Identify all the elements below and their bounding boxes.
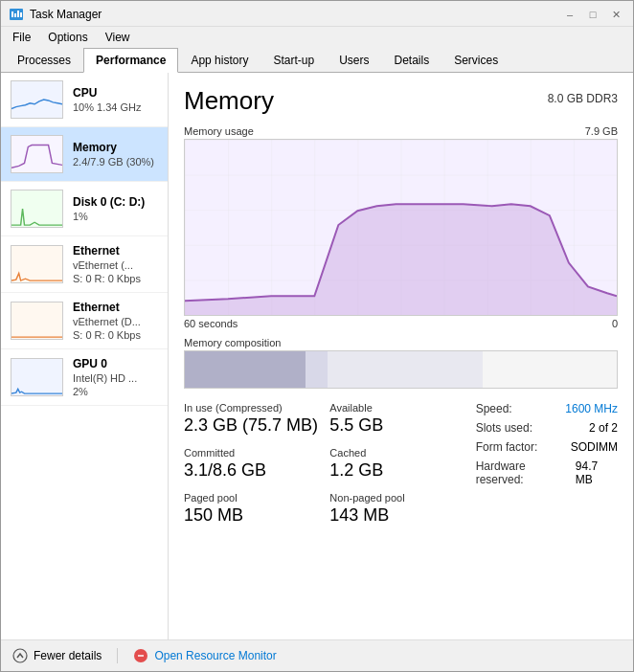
svg-rect-2 <box>14 13 16 17</box>
cpu-info: CPU 10% 1.34 GHz <box>73 86 158 113</box>
fewer-details-button[interactable]: Fewer details <box>12 648 102 663</box>
hw-reserved-label: Hardware reserved: <box>476 459 576 486</box>
disk-thumbnail <box>11 190 63 228</box>
sidebar-item-memory[interactable]: Memory 2.4/7.9 GB (30%) <box>1 127 168 182</box>
open-resource-monitor-label: Open Resource Monitor <box>154 649 276 662</box>
speed-label: Speed: <box>476 402 512 415</box>
sidebar-item-ethernet2[interactable]: Ethernet vEthernet (D... S: 0 R: 0 Kbps <box>1 293 168 349</box>
menu-view[interactable]: View <box>98 29 138 46</box>
hw-reserved-value: 94.7 MB <box>576 459 618 486</box>
memory-thumbnail <box>11 135 63 173</box>
paged-pool-label: Paged pool <box>184 492 326 504</box>
tab-users[interactable]: Users <box>327 48 381 73</box>
ethernet1-label: Ethernet <box>73 244 158 258</box>
committed-value: 3.1/8.6 GB <box>184 460 326 481</box>
memory-graph-svg <box>185 140 617 315</box>
menu-options[interactable]: Options <box>40 29 95 46</box>
graph-time-left: 60 seconds <box>184 318 238 329</box>
comp-in-use <box>185 351 306 388</box>
speed-row: Speed: 1600 MHz <box>476 402 618 415</box>
gpu-detail2: 2% <box>73 386 158 397</box>
sidebar-item-gpu[interactable]: GPU 0 Intel(R) HD ... 2% <box>1 349 168 406</box>
memory-detail: 2.4/7.9 GB (30%) <box>73 156 158 168</box>
graph-time-right: 0 <box>612 318 618 329</box>
footer-divider <box>117 648 118 663</box>
tab-details[interactable]: Details <box>381 48 442 73</box>
ethernet1-thumbnail <box>11 245 63 283</box>
title-bar-left: Task Manager <box>9 7 102 22</box>
close-button[interactable]: ✕ <box>606 7 625 22</box>
tab-processes[interactable]: Processes <box>5 48 83 73</box>
svg-rect-5 <box>11 81 62 118</box>
disk-label: Disk 0 (C: D:) <box>73 195 158 209</box>
main-panel: Memory 8.0 GB DDR3 Memory usage 7.9 GB <box>169 73 633 639</box>
app-icon <box>9 7 24 22</box>
footer: Fewer details Open Resource Monitor <box>1 639 633 671</box>
main-subtitle: 8.0 GB DDR3 <box>548 92 618 105</box>
gpu-thumbnail <box>11 358 63 396</box>
disk-info: Disk 0 (C: D:) 1% <box>73 195 158 222</box>
minimize-button[interactable]: – <box>560 7 579 22</box>
comp-standby <box>328 351 483 388</box>
non-paged-pool-label: Non-paged pool <box>329 492 471 504</box>
composition-section: Memory composition <box>184 337 618 389</box>
available-stat: Available 5.5 GB <box>329 402 471 436</box>
stats-right-col: Speed: 1600 MHz Slots used: 2 of 2 Form … <box>476 402 618 537</box>
chevron-up-icon <box>12 648 28 663</box>
non-paged-pool-value: 143 MB <box>329 505 471 526</box>
tab-performance[interactable]: Performance <box>83 48 178 73</box>
ethernet1-detail2: S: 0 R: 0 Kbps <box>73 273 158 284</box>
open-resource-monitor-link[interactable]: Open Resource Monitor <box>133 648 276 663</box>
committed-stat: Committed 3.1/8.6 GB <box>184 447 326 481</box>
main-title: Memory <box>184 86 274 116</box>
stats-mid-col: Available 5.5 GB Cached 1.2 GB Non-paged… <box>329 402 471 537</box>
menu-file[interactable]: File <box>5 29 38 46</box>
composition-label: Memory composition <box>184 337 618 348</box>
window-title: Task Manager <box>30 8 102 21</box>
sidebar-item-cpu[interactable]: CPU 10% 1.34 GHz <box>1 73 168 127</box>
ethernet2-detail2: S: 0 R: 0 Kbps <box>73 329 158 341</box>
graph-time-row: 60 seconds 0 <box>184 318 618 329</box>
ethernet2-label: Ethernet <box>73 301 158 314</box>
in-use-stat: In use (Compressed) 2.3 GB (75.7 MB) <box>184 402 326 436</box>
cached-stat: Cached 1.2 GB <box>329 447 471 481</box>
cpu-detail: 10% 1.34 GHz <box>73 101 158 113</box>
composition-bar <box>184 350 618 389</box>
cpu-label: CPU <box>73 86 158 100</box>
graph-section: Memory usage 7.9 GB <box>184 125 618 329</box>
sidebar-item-ethernet1[interactable]: Ethernet vEthernet (... S: 0 R: 0 Kbps <box>1 236 168 293</box>
slots-value: 2 of 2 <box>589 421 618 435</box>
ethernet1-info: Ethernet vEthernet (... S: 0 R: 0 Kbps <box>73 244 158 284</box>
tabs-row: Processes Performance App history Start-… <box>1 48 633 73</box>
available-label: Available <box>329 402 471 414</box>
in-use-label: In use (Compressed) <box>184 402 326 414</box>
cached-value: 1.2 GB <box>329 460 471 481</box>
speed-value: 1600 MHz <box>565 402 618 415</box>
form-value: SODIMM <box>571 440 618 454</box>
sidebar-item-disk[interactable]: Disk 0 (C: D:) 1% <box>1 182 168 236</box>
maximize-button[interactable]: □ <box>583 7 602 22</box>
comp-free <box>483 351 617 388</box>
ethernet2-info: Ethernet vEthernet (D... S: 0 R: 0 Kbps <box>73 301 158 341</box>
task-manager-window: Task Manager – □ ✕ File Options View Pro… <box>0 0 634 672</box>
svg-rect-6 <box>11 136 62 172</box>
title-bar: Task Manager – □ ✕ <box>1 1 633 27</box>
stats-grid: In use (Compressed) 2.3 GB (75.7 MB) Com… <box>184 402 618 537</box>
content-area: CPU 10% 1.34 GHz Memory 2.4/7.9 GB (30%) <box>1 73 633 639</box>
sidebar: CPU 10% 1.34 GHz Memory 2.4/7.9 GB (30%) <box>1 73 169 639</box>
paged-pool-stat: Paged pool 150 MB <box>184 492 326 526</box>
cached-label: Cached <box>329 447 471 459</box>
form-row: Form factor: SODIMM <box>476 440 618 454</box>
graph-label-row: Memory usage 7.9 GB <box>184 125 618 139</box>
tab-startup[interactable]: Start-up <box>260 48 327 73</box>
tab-app-history[interactable]: App history <box>178 48 260 73</box>
svg-rect-3 <box>17 11 19 17</box>
in-use-value: 2.3 GB (75.7 MB) <box>184 415 326 436</box>
svg-rect-9 <box>11 302 62 339</box>
comp-modified <box>306 351 328 388</box>
gpu-detail1: Intel(R) HD ... <box>73 372 158 384</box>
tab-services[interactable]: Services <box>442 48 510 73</box>
title-bar-controls: – □ ✕ <box>560 7 625 22</box>
available-value: 5.5 GB <box>329 415 471 436</box>
form-label: Form factor: <box>476 440 538 454</box>
